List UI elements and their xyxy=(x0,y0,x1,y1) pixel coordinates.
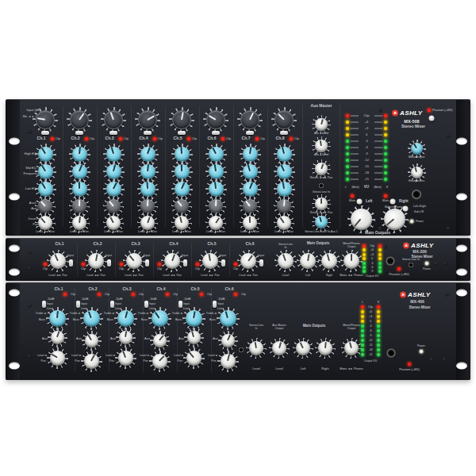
aux-send-knob[interactable] xyxy=(48,328,67,347)
level-pan-knob[interactable] xyxy=(199,250,221,272)
aux-send-knob[interactable] xyxy=(184,328,204,347)
output-vu-scale-label: -9 xyxy=(369,334,371,337)
brand-text: ASHLY xyxy=(400,109,423,117)
mic-line-switch[interactable] xyxy=(178,131,186,135)
treble-bass-knob[interactable] xyxy=(114,307,137,330)
output-vu-scale-label: -6 xyxy=(370,266,373,269)
master-left-knob[interactable] xyxy=(347,205,375,233)
rack-hole xyxy=(456,290,467,297)
master-left-knob[interactable] xyxy=(297,250,319,272)
input-gain-knob[interactable] xyxy=(203,107,228,132)
input-gain-knob[interactable] xyxy=(135,107,160,132)
master-right-knob[interactable] xyxy=(315,338,336,359)
knob-body xyxy=(140,182,155,197)
output-vu-left: L xyxy=(362,301,363,304)
input-gain-knob[interactable] xyxy=(169,107,194,132)
knob-body xyxy=(153,334,167,347)
phantom-button[interactable] xyxy=(429,116,435,121)
input-gain-knob[interactable] xyxy=(237,107,263,132)
headphones-jack[interactable] xyxy=(412,190,422,200)
treble-bass-knob[interactable] xyxy=(46,307,69,330)
master-left-knob[interactable] xyxy=(293,338,313,359)
knob-body xyxy=(140,216,155,230)
mono-phones-knob[interactable] xyxy=(340,250,363,272)
meter-dash xyxy=(374,116,382,117)
level-pan-knob[interactable] xyxy=(161,250,183,272)
mic-line-switch[interactable] xyxy=(246,131,254,135)
output-vu-led-right xyxy=(378,270,382,273)
screw xyxy=(28,304,32,308)
knob-body xyxy=(344,341,359,355)
level-pan-knob[interactable] xyxy=(217,351,239,372)
meter-dash xyxy=(374,135,382,136)
input-gain-knob[interactable] xyxy=(67,107,92,132)
knob-body xyxy=(220,310,236,327)
treble-bass-knob[interactable] xyxy=(148,307,171,330)
input-gain-knob[interactable] xyxy=(33,107,58,132)
ashly-logo-icon xyxy=(392,109,398,116)
knob-body xyxy=(72,147,87,162)
level-pan-knob[interactable] xyxy=(237,250,259,272)
meters-phones-select-button[interactable] xyxy=(403,206,409,212)
level-pan-knob[interactable] xyxy=(47,347,68,369)
level-pan-knob[interactable] xyxy=(149,351,171,372)
input-switch[interactable] xyxy=(183,259,187,267)
vu-both-right: (Both) xyxy=(374,186,382,189)
divider xyxy=(340,105,340,228)
knob-body xyxy=(318,341,332,355)
output-vu-scale-label: -15 xyxy=(368,344,372,347)
clip-label: Clip xyxy=(90,137,94,140)
level-pan-knob[interactable] xyxy=(123,250,145,272)
knob-body xyxy=(209,147,224,162)
input-switch[interactable] xyxy=(221,259,225,267)
clip-label: Clip xyxy=(71,293,75,296)
mute-button-right[interactable] xyxy=(390,199,396,205)
level-pan-knob[interactable] xyxy=(81,351,102,372)
input-switch[interactable] xyxy=(145,259,149,267)
mic-line-switch[interactable] xyxy=(109,131,117,135)
headphones-jack[interactable] xyxy=(386,348,396,358)
treble-bass-knob[interactable] xyxy=(80,307,103,330)
stereo-line-in-knob[interactable] xyxy=(246,338,267,359)
input-switch[interactable] xyxy=(259,259,263,267)
divider xyxy=(115,244,116,277)
mic-line-switch[interactable] xyxy=(41,131,49,135)
vu-led-right xyxy=(384,114,387,117)
phantom-label: Phantom (+48V) xyxy=(399,368,420,371)
switch-label: -10dB xyxy=(81,298,88,301)
stereo-line-in-knob[interactable] xyxy=(274,250,297,272)
mic-line-switch[interactable] xyxy=(144,131,152,135)
stereo-line-in-jack[interactable] xyxy=(409,263,414,268)
input-gain-knob[interactable] xyxy=(101,107,126,132)
mic-line-switch[interactable] xyxy=(280,131,288,135)
input-switch[interactable] xyxy=(107,259,111,267)
clip-label: Clip xyxy=(158,137,163,140)
aux-master-output-knob[interactable] xyxy=(269,338,290,359)
aux-send-knob[interactable] xyxy=(116,328,136,347)
master-right-knob[interactable] xyxy=(318,250,340,272)
stereo-line-in-sub: Level xyxy=(252,367,260,371)
mic-line-switch[interactable] xyxy=(212,131,220,135)
input-gain-knob[interactable] xyxy=(271,107,297,132)
mute-button-left[interactable] xyxy=(357,199,363,205)
level-pan-knob[interactable] xyxy=(183,347,205,369)
level-pan-knob[interactable] xyxy=(115,347,136,369)
aux-send-knob[interactable] xyxy=(218,331,238,351)
stereo-line-in-jack[interactable] xyxy=(239,347,244,353)
aux-send-knob[interactable] xyxy=(82,331,102,351)
level-pan-knob[interactable] xyxy=(85,250,107,272)
stereo-line-in-jack[interactable] xyxy=(319,183,324,189)
stereo-line-to-aux1-knob[interactable] xyxy=(312,213,331,232)
treble-bass-knob[interactable] xyxy=(217,307,240,330)
level-pan-knob[interactable] xyxy=(47,250,69,272)
level-pan-label: Level ◄► Pan xyxy=(36,230,54,233)
mic-line-switch[interactable] xyxy=(75,131,83,135)
aux-send-knob[interactable] xyxy=(150,331,170,351)
headphones-jack[interactable] xyxy=(386,256,395,266)
output-vu-led-left xyxy=(361,348,364,351)
input-switch[interactable] xyxy=(69,259,73,267)
output-vu-scale-label: -3 xyxy=(370,262,373,265)
output-right-label: Right xyxy=(321,367,328,371)
mono-phones-knob[interactable] xyxy=(341,338,362,359)
treble-bass-knob[interactable] xyxy=(182,307,205,330)
